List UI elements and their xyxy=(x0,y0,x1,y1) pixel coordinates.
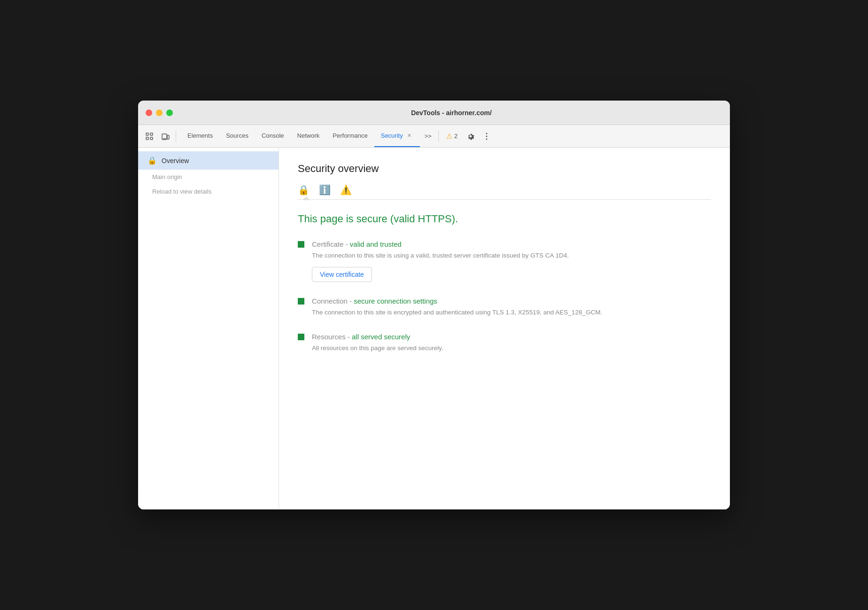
tab-security[interactable]: Security ✕ xyxy=(374,125,420,147)
warning-icon: ⚠ xyxy=(446,132,452,141)
svg-point-8 xyxy=(486,135,488,137)
certificate-content: Certificate - valid and trusted The conn… xyxy=(312,240,711,282)
toolbar-divider xyxy=(176,131,176,142)
sidebar-overview-label: Overview xyxy=(162,157,189,164)
connection-label: Connection - secure connection settings xyxy=(312,297,711,305)
resources-content: Resources - all served securely All reso… xyxy=(312,333,711,353)
device-toggle-button[interactable] xyxy=(158,129,173,144)
minimize-button[interactable] xyxy=(156,109,163,116)
main-content: Security overview 🔒 ℹ️ ⚠️ This page is s… xyxy=(279,148,730,509)
resources-section: Resources - all served securely All reso… xyxy=(298,333,711,353)
window-title: DevTools - airhorner.com/ xyxy=(180,109,722,117)
warning-status-icon: ⚠️ xyxy=(340,184,352,196)
lock-icon: 🔒 xyxy=(147,156,157,165)
tab-network[interactable]: Network xyxy=(291,125,326,147)
secure-headline: This page is secure (valid HTTPS). xyxy=(298,213,711,225)
svg-rect-3 xyxy=(150,137,153,140)
sidebar: 🔒 Overview Main origin Reload to view de… xyxy=(138,148,279,509)
more-tabs-button[interactable]: >> xyxy=(421,131,435,141)
connection-section: Connection - secure connection settings … xyxy=(298,297,711,317)
resources-description: All resources on this page are served se… xyxy=(312,344,711,353)
certificate-status-indicator xyxy=(298,241,304,248)
warning-badge[interactable]: ⚠ 2 xyxy=(442,130,462,142)
certificate-description: The connection to this site is using a v… xyxy=(312,251,711,260)
page-title: Security overview xyxy=(298,163,711,175)
svg-rect-5 xyxy=(167,135,169,139)
section-divider xyxy=(298,199,711,200)
sidebar-item-main-origin[interactable]: Main origin xyxy=(138,170,279,184)
devtools-body: 🔒 Overview Main origin Reload to view de… xyxy=(138,148,730,509)
tab-console[interactable]: Console xyxy=(255,125,291,147)
tab-bar: Elements Sources Console Network Perform… xyxy=(179,125,420,147)
toolbar-divider-2 xyxy=(438,131,439,142)
tab-sources[interactable]: Sources xyxy=(219,125,255,147)
connection-description: The connection to this site is encrypted… xyxy=(312,308,711,317)
svg-rect-2 xyxy=(150,133,153,135)
certificate-label: Certificate - valid and trusted xyxy=(312,240,711,248)
connection-content: Connection - secure connection settings … xyxy=(312,297,711,317)
close-security-tab[interactable]: ✕ xyxy=(406,132,413,140)
element-picker-button[interactable] xyxy=(142,129,157,144)
sidebar-item-reload[interactable]: Reload to view details xyxy=(138,184,279,199)
security-icon-row: 🔒 ℹ️ ⚠️ xyxy=(298,184,711,196)
tab-performance[interactable]: Performance xyxy=(326,125,374,147)
warning-count: 2 xyxy=(454,133,457,140)
svg-rect-0 xyxy=(146,133,148,135)
devtools-window: DevTools - airhorner.com/ Elements xyxy=(138,101,730,509)
svg-point-7 xyxy=(486,133,488,134)
settings-button[interactable] xyxy=(463,129,478,144)
titlebar: DevTools - airhorner.com/ xyxy=(138,101,730,125)
certificate-section: Certificate - valid and trusted The conn… xyxy=(298,240,711,282)
view-certificate-button[interactable]: View certificate xyxy=(312,267,372,282)
toolbar: Elements Sources Console Network Perform… xyxy=(138,125,730,148)
svg-rect-1 xyxy=(146,137,148,140)
maximize-button[interactable] xyxy=(166,109,173,116)
traffic-lights xyxy=(146,109,173,116)
reload-detail-label: Reload to view details xyxy=(152,188,211,195)
more-options-button[interactable] xyxy=(479,129,494,144)
resources-label: Resources - all served securely xyxy=(312,333,711,341)
lock-status-icon: 🔒 xyxy=(298,184,310,196)
sidebar-item-overview[interactable]: 🔒 Overview xyxy=(138,151,279,170)
svg-point-9 xyxy=(486,138,488,140)
info-status-icon: ℹ️ xyxy=(319,184,331,196)
close-button[interactable] xyxy=(146,109,152,116)
main-origin-label: Main origin xyxy=(152,173,182,180)
connection-status-indicator xyxy=(298,298,304,305)
tab-elements[interactable]: Elements xyxy=(181,125,219,147)
resources-status-indicator xyxy=(298,334,304,340)
